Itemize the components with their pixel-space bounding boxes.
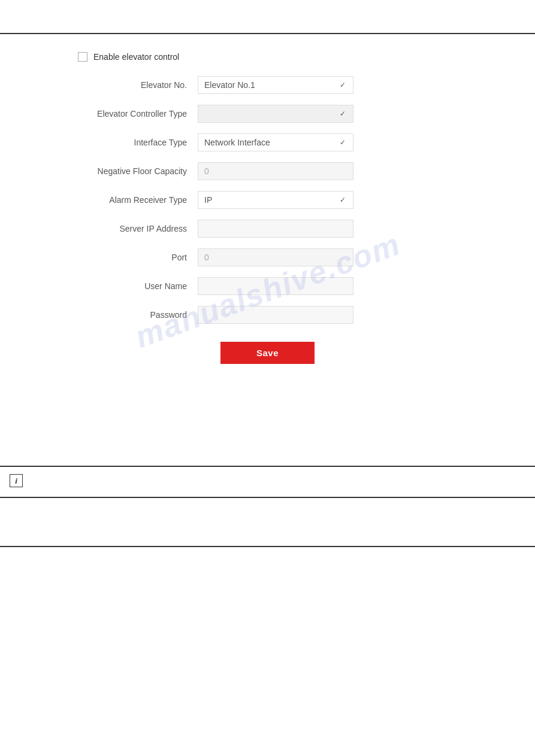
elevator-controller-control: ✓ xyxy=(198,105,353,123)
server-ip-input[interactable] xyxy=(198,220,353,238)
elevator-controller-row: Elevator Controller Type ✓ xyxy=(60,105,475,123)
bottom-divider xyxy=(0,546,535,547)
password-row: Password xyxy=(60,306,475,324)
port-row: Port xyxy=(60,248,475,266)
info-section: i xyxy=(0,467,535,498)
elevator-controller-select[interactable] xyxy=(198,105,353,123)
negative-floor-row: Negative Floor Capacity xyxy=(60,162,475,180)
alarm-receiver-control: IP Domain ✓ xyxy=(198,191,353,209)
alarm-receiver-select-wrapper: IP Domain ✓ xyxy=(198,191,353,209)
elevator-no-select[interactable]: Elevator No.1 Elevator No.2 Elevator No.… xyxy=(198,76,353,94)
enable-elevator-row: Enable elevator control xyxy=(78,52,475,62)
server-ip-row: Server IP Address xyxy=(60,220,475,238)
username-label: User Name xyxy=(60,281,198,291)
elevator-no-row: Elevator No. Elevator No.1 Elevator No.2… xyxy=(60,76,475,94)
page-wrapper: manualshive.com Enable elevator control … xyxy=(0,33,535,756)
interface-type-label: Interface Type xyxy=(60,138,198,147)
elevator-no-label: Elevator No. xyxy=(60,80,198,90)
password-control xyxy=(198,306,353,324)
save-row: Save xyxy=(60,342,475,364)
server-ip-label: Server IP Address xyxy=(60,224,198,233)
port-input[interactable] xyxy=(198,248,353,266)
interface-type-row: Interface Type Network Interface RS485 ✓ xyxy=(60,133,475,151)
elevator-controller-label: Elevator Controller Type xyxy=(60,109,198,119)
alarm-receiver-select[interactable]: IP Domain xyxy=(198,191,353,209)
negative-floor-input[interactable] xyxy=(198,162,353,180)
username-row: User Name xyxy=(60,277,475,295)
server-ip-control xyxy=(198,220,353,238)
alarm-receiver-label: Alarm Receiver Type xyxy=(60,195,198,205)
enable-elevator-label: Enable elevator control xyxy=(93,52,179,62)
username-input[interactable] xyxy=(198,277,353,295)
elevator-controller-select-wrapper: ✓ xyxy=(198,105,353,123)
alarm-receiver-row: Alarm Receiver Type IP Domain ✓ xyxy=(60,191,475,209)
save-button[interactable]: Save xyxy=(220,342,315,364)
password-label: Password xyxy=(60,310,198,320)
port-control xyxy=(198,248,353,266)
interface-type-control: Network Interface RS485 ✓ xyxy=(198,133,353,151)
interface-type-select-wrapper: Network Interface RS485 ✓ xyxy=(198,133,353,151)
username-control xyxy=(198,277,353,295)
elevator-no-select-wrapper: Elevator No.1 Elevator No.2 Elevator No.… xyxy=(198,76,353,94)
negative-floor-control xyxy=(198,162,353,180)
info-icon-wrapper: i xyxy=(10,474,525,487)
port-label: Port xyxy=(60,253,198,262)
negative-floor-label: Negative Floor Capacity xyxy=(60,166,198,176)
interface-type-select[interactable]: Network Interface RS485 xyxy=(198,133,353,151)
elevator-no-control: Elevator No.1 Elevator No.2 Elevator No.… xyxy=(198,76,353,94)
password-input[interactable] xyxy=(198,306,353,324)
enable-elevator-checkbox[interactable] xyxy=(78,52,87,62)
info-icon: i xyxy=(10,474,23,487)
main-content: Enable elevator control Elevator No. Ele… xyxy=(0,34,535,394)
